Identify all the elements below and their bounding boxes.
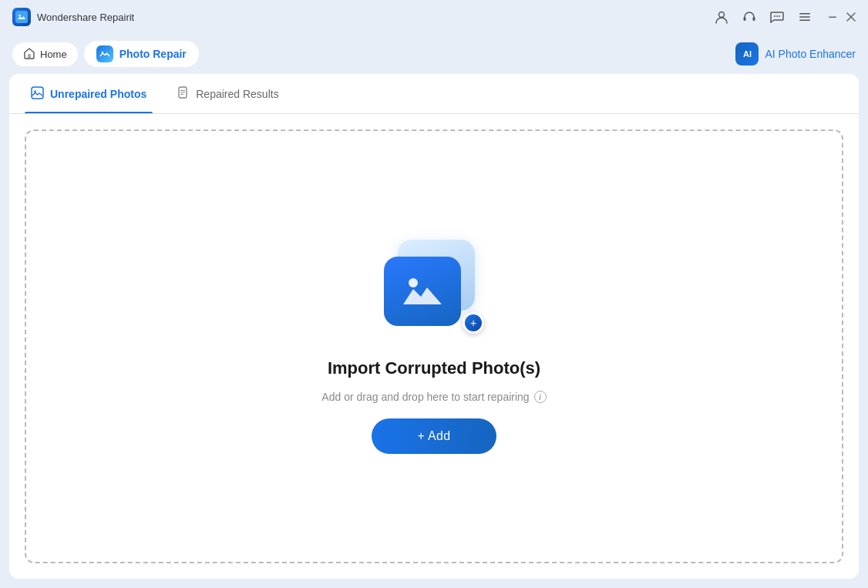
ai-enhancer-button[interactable]: AI AI Photo Enhancer (735, 42, 856, 66)
svg-point-1 (19, 15, 20, 16)
ai-enhancer-label: AI Photo Enhancer (765, 48, 856, 60)
window-controls (828, 12, 856, 22)
ai-icon-text: AI (743, 49, 752, 59)
tab-repaired-results[interactable]: Repaired Results (171, 74, 284, 113)
add-button[interactable]: + Add (372, 418, 497, 454)
svg-rect-9 (799, 16, 810, 18)
plus-badge: + (463, 312, 484, 334)
repaired-tab-icon (177, 86, 190, 101)
svg-rect-8 (799, 13, 810, 15)
plus-inner: + (465, 314, 482, 331)
import-subtitle-text: Add or drag and drop here to start repai… (321, 391, 529, 403)
upload-icon-wrapper: + (384, 240, 484, 340)
app-name: Wondershare Repairit (37, 12, 134, 23)
title-bar: Wondershare Repairit (0, 0, 868, 34)
home-label: Home (40, 49, 67, 60)
minimize-button[interactable] (828, 12, 837, 22)
svg-point-2 (719, 12, 725, 18)
svg-rect-0 (15, 11, 28, 23)
import-title: Import Corrupted Photo(s) (328, 358, 540, 378)
svg-rect-16 (32, 87, 43, 99)
chat-icon[interactable] (769, 9, 785, 25)
svg-rect-10 (799, 20, 810, 22)
nav-right: AI AI Photo Enhancer (735, 42, 856, 66)
svg-point-6 (776, 15, 778, 17)
svg-rect-4 (753, 17, 755, 21)
close-button[interactable] (846, 12, 856, 22)
unrepaired-tab-label: Unrepaired Photos (50, 88, 146, 100)
tabs-bar: Unrepaired Photos Repaired Results (9, 74, 859, 114)
app-icon (12, 8, 31, 26)
main-content: Unrepaired Photos Repaired Results (9, 74, 859, 579)
photo-repair-icon (96, 45, 113, 62)
account-icon[interactable] (714, 9, 729, 25)
drop-zone[interactable]: + Import Corrupted Photo(s) Add or drag … (25, 129, 843, 563)
photo-repair-tab[interactable]: Photo Repair (84, 41, 199, 67)
import-subtitle: Add or drag and drop here to start repai… (321, 391, 546, 403)
svg-rect-14 (28, 54, 31, 58)
upload-icon-front (384, 257, 461, 326)
title-bar-left: Wondershare Repairit (12, 8, 134, 26)
headset-icon[interactable] (742, 9, 757, 25)
svg-point-17 (34, 90, 36, 92)
home-icon (23, 47, 35, 62)
repaired-tab-label: Repaired Results (196, 88, 278, 100)
svg-point-7 (779, 15, 780, 17)
home-button[interactable]: Home (12, 42, 78, 66)
svg-rect-3 (744, 17, 746, 21)
menu-icon[interactable] (797, 9, 812, 25)
svg-point-5 (774, 15, 775, 17)
ai-enhancer-icon: AI (735, 42, 759, 66)
photo-repair-label: Photo Repair (119, 48, 187, 60)
nav-bar: Home Photo Repair AI AI Photo Enhancer (0, 34, 868, 74)
svg-point-22 (409, 278, 418, 287)
tab-unrepaired-photos[interactable]: Unrepaired Photos (25, 74, 153, 113)
info-icon[interactable]: i (534, 391, 547, 403)
svg-rect-11 (829, 17, 836, 18)
title-bar-right (714, 9, 856, 25)
nav-left: Home Photo Repair (12, 41, 199, 67)
svg-point-15 (101, 52, 103, 53)
unrepaired-tab-icon (31, 86, 44, 102)
